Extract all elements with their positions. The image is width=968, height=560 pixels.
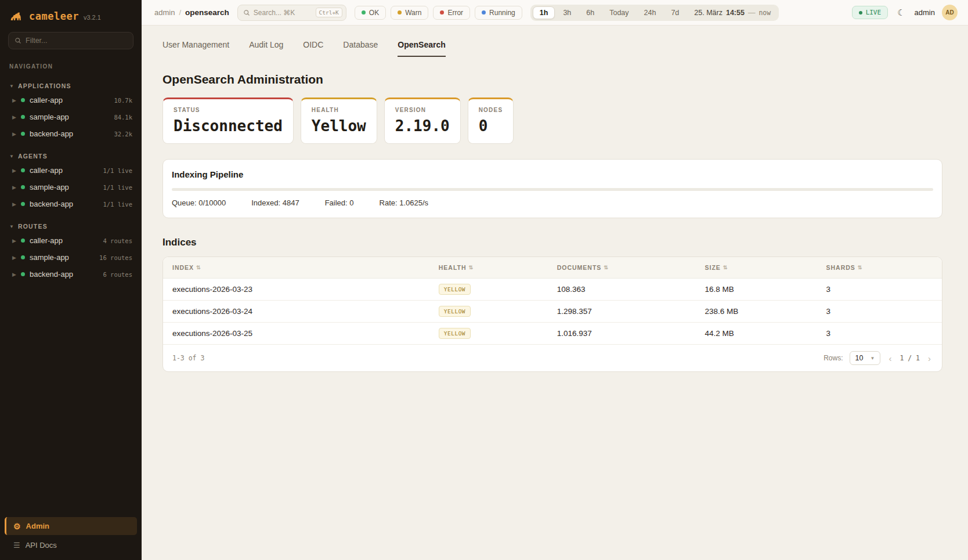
cell-documents: 1.298.357 bbox=[557, 307, 705, 316]
time-range-7d[interactable]: 7d bbox=[664, 6, 686, 19]
item-badge: 84.1k bbox=[114, 114, 132, 121]
chip-label: Running bbox=[489, 9, 515, 17]
sidebar-item-applications-backend-app[interactable]: ▶ backend-app 32.2k bbox=[0, 125, 142, 142]
column-header-documents[interactable]: DOCUMENTS ⇅ bbox=[557, 264, 705, 271]
sidebar-item-applications-sample-app[interactable]: ▶ sample-app 84.1k bbox=[0, 109, 142, 125]
tab-user-management[interactable]: User Management bbox=[162, 40, 229, 57]
sort-icon: ⇅ bbox=[469, 265, 474, 270]
time-range-3h[interactable]: 3h bbox=[556, 6, 578, 19]
breadcrumb-separator: / bbox=[179, 8, 181, 17]
cell-shards: 3 bbox=[826, 285, 933, 294]
main-area: admin / opensearch Ctrl+K OK Warn Error bbox=[142, 0, 968, 560]
sidebar-item-agents-sample-app[interactable]: ▶ sample-app 1/1 live bbox=[0, 179, 142, 196]
column-label: INDEX bbox=[172, 264, 194, 271]
item-label: backend-app bbox=[30, 200, 99, 208]
item-badge: 10.7k bbox=[114, 97, 132, 104]
status-dot bbox=[21, 98, 25, 102]
tab-opensearch[interactable]: OpenSearch bbox=[398, 40, 445, 57]
chip-label: OK bbox=[369, 9, 379, 17]
cell-index: executions-2026-03-25 bbox=[172, 329, 439, 338]
item-badge: 16 routes bbox=[99, 254, 132, 261]
page-indicator: 1 / 1 bbox=[900, 354, 920, 362]
stat-value: 0 bbox=[479, 117, 503, 135]
live-label: LIVE bbox=[866, 9, 882, 16]
item-label: backend-app bbox=[30, 270, 99, 279]
indices-table: INDEX ⇅ HEALTH ⇅ DOCUMENTS ⇅ SIZE ⇅ SHAR… bbox=[162, 256, 942, 372]
status-filters: OK Warn Error Running bbox=[355, 6, 522, 20]
sidebar-item-routes-caller-app[interactable]: ▶ caller-app 4 routes bbox=[0, 232, 142, 249]
sidebar-footer: ⚙ Admin ☰ API Docs bbox=[0, 511, 142, 560]
sidebar-filter bbox=[8, 32, 133, 49]
global-search: Ctrl+K bbox=[237, 5, 346, 21]
section-header-applications[interactable]: ▼ APPLICATIONS bbox=[0, 80, 142, 92]
api-docs-label: API Docs bbox=[26, 541, 57, 550]
filter-chip-ok[interactable]: OK bbox=[355, 6, 386, 20]
search-shortcut-badge: Ctrl+K bbox=[316, 8, 342, 17]
section-label: AGENTS bbox=[18, 153, 48, 160]
table-footer: 1-3 of 3 Rows: 10 ▼ ‹ 1 / 1 › bbox=[163, 345, 942, 371]
filter-input[interactable] bbox=[26, 37, 127, 45]
cell-health: YELLOW bbox=[439, 284, 557, 295]
tab-audit-log[interactable]: Audit Log bbox=[249, 40, 283, 57]
health-badge: YELLOW bbox=[439, 284, 471, 295]
rows-per-page-select[interactable]: 10 ▼ bbox=[850, 351, 881, 365]
section-header-agents[interactable]: ▼ AGENTS bbox=[0, 150, 142, 162]
next-page-button[interactable]: › bbox=[926, 354, 933, 363]
cell-size: 238.6 MB bbox=[705, 307, 826, 316]
avatar[interactable]: AD bbox=[942, 5, 958, 20]
cell-documents: 108.363 bbox=[557, 285, 705, 294]
search-icon bbox=[15, 37, 21, 44]
table-row: executions-2026-03-23 YELLOW 108.363 16.… bbox=[163, 279, 942, 301]
dark-mode-toggle[interactable]: ☾ bbox=[895, 6, 907, 19]
sidebar-item-agents-caller-app[interactable]: ▶ caller-app 1/1 live bbox=[0, 162, 142, 179]
sidebar-item-routes-sample-app[interactable]: ▶ sample-app 16 routes bbox=[0, 249, 142, 266]
chevron-right-icon: ▶ bbox=[12, 168, 16, 174]
sidebar-item-api-docs[interactable]: ☰ API Docs bbox=[5, 535, 137, 552]
column-header-size[interactable]: SIZE ⇅ bbox=[705, 264, 826, 271]
sort-icon: ⇅ bbox=[604, 265, 609, 270]
time-range-24h[interactable]: 24h bbox=[637, 6, 663, 19]
time-range-6h[interactable]: 6h bbox=[579, 6, 601, 19]
section-routes: ▼ ROUTES ▶ caller-app 4 routes ▶ sample-… bbox=[0, 212, 142, 283]
app-logo[interactable]: cameleer v3.2.1 bbox=[0, 0, 142, 31]
column-label: HEALTH bbox=[439, 264, 467, 271]
column-header-index[interactable]: INDEX ⇅ bbox=[172, 264, 439, 271]
stat-cards: STATUS Disconnected HEALTH Yellow VERSIO… bbox=[162, 97, 942, 144]
time-range-today[interactable]: Today bbox=[602, 6, 635, 19]
stat-label: VERSION bbox=[395, 107, 450, 113]
breadcrumb: admin / opensearch bbox=[154, 8, 229, 17]
breadcrumb-admin[interactable]: admin bbox=[154, 8, 175, 17]
column-label: DOCUMENTS bbox=[557, 264, 602, 271]
app-name: cameleer bbox=[29, 10, 79, 22]
chevron-down-icon: ▼ bbox=[9, 84, 14, 89]
column-header-health[interactable]: HEALTH ⇅ bbox=[439, 264, 557, 271]
filter-chip-running[interactable]: Running bbox=[475, 6, 522, 20]
tab-oidc[interactable]: OIDC bbox=[303, 40, 323, 57]
sidebar-item-agents-backend-app[interactable]: ▶ backend-app 1/1 live bbox=[0, 196, 142, 212]
sidebar-item-admin[interactable]: ⚙ Admin bbox=[5, 517, 137, 535]
time-label: 14:55 bbox=[726, 9, 745, 17]
chip-label: Error bbox=[447, 9, 463, 17]
stat-card-health: HEALTH Yellow bbox=[301, 97, 377, 144]
item-badge: 6 routes bbox=[103, 271, 132, 278]
filter-chip-warn[interactable]: Warn bbox=[391, 6, 428, 20]
prev-page-button[interactable]: ‹ bbox=[887, 354, 893, 363]
sidebar-item-routes-backend-app[interactable]: ▶ backend-app 6 routes bbox=[0, 266, 142, 283]
tab-database[interactable]: Database bbox=[343, 40, 378, 57]
section-header-routes[interactable]: ▼ ROUTES bbox=[0, 221, 142, 232]
column-label: SHARDS bbox=[826, 264, 855, 271]
column-label: SIZE bbox=[705, 264, 721, 271]
pipeline-queue: Queue: 0/10000 bbox=[172, 198, 226, 207]
column-header-shards[interactable]: SHARDS ⇅ bbox=[826, 264, 933, 271]
search-input[interactable] bbox=[254, 9, 312, 17]
live-toggle[interactable]: LIVE bbox=[852, 6, 888, 19]
time-range-1h[interactable]: 1h bbox=[533, 6, 555, 19]
pipeline-title: Indexing Pipeline bbox=[172, 169, 933, 179]
chevron-right-icon: ▶ bbox=[12, 185, 16, 190]
cell-shards: 3 bbox=[826, 307, 933, 316]
gear-icon: ⚙ bbox=[13, 522, 21, 530]
status-dot bbox=[21, 255, 25, 259]
sidebar-item-applications-caller-app[interactable]: ▶ caller-app 10.7k bbox=[0, 92, 142, 109]
filter-chip-error[interactable]: Error bbox=[433, 6, 470, 20]
time-range-display[interactable]: 25. März 14:55 — now bbox=[694, 9, 771, 17]
